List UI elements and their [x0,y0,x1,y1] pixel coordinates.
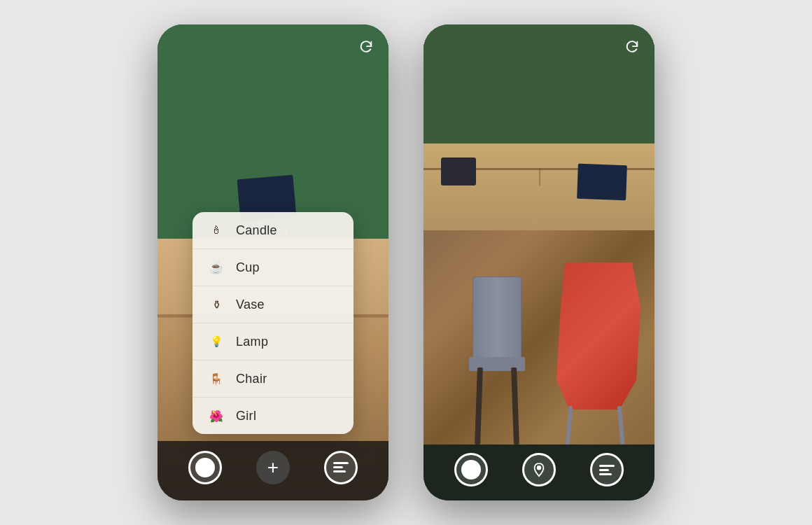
desk-vertical-line [539,168,540,185]
vase-label: Vase [236,298,265,312]
red-chair [550,262,640,444]
menu-item-vase[interactable]: Vase [192,286,354,323]
candle-label: Candle [236,223,277,238]
menu-item-candle[interactable]: Candle [192,212,354,249]
capture-button-right[interactable] [454,453,488,486]
cup-icon [206,258,226,277]
screens-container: Candle Cup Vase Lamp Chair [0,0,812,525]
chair-label: Chair [236,372,267,386]
gray-chair-leg-right [511,368,519,444]
left-phone-screen: Candle Cup Vase Lamp Chair [158,24,388,500]
right-toggle-line-3 [599,473,612,475]
girl-icon [206,406,226,426]
capture-button-left[interactable] [188,451,222,484]
right-desk [424,144,654,239]
right-refresh-icon [624,39,640,55]
refresh-icon [358,39,374,55]
right-toggle-line-2 [599,469,609,471]
cup-label: Cup [236,260,260,275]
add-icon: + [267,456,279,479]
right-capture-inner [461,460,481,479]
red-chair-body [556,262,640,410]
lamp-icon [206,332,226,351]
right-phone-screen [424,24,654,500]
pin-icon [531,462,547,477]
refresh-button[interactable] [356,37,376,57]
toggle-line-3 [333,470,346,472]
menu-item-lamp[interactable]: Lamp [192,323,354,360]
menu-item-cup[interactable]: Cup [192,249,354,286]
gray-chair [462,276,532,444]
right-camera-view [424,24,654,500]
menu-item-girl[interactable]: Girl [192,398,354,434]
add-object-button[interactable]: + [256,451,290,484]
toggle-line-1 [333,462,349,464]
red-chair-leg-left [566,406,573,444]
right-bottom-toolbar [424,444,654,500]
svg-point-0 [538,466,541,470]
gray-chair-back [472,276,522,368]
toggle-button-left[interactable] [324,451,358,484]
pin-button[interactable] [522,453,556,486]
chair-icon [206,369,226,388]
menu-item-chair[interactable]: Chair [192,360,354,398]
left-bottom-toolbar: + [158,441,388,500]
object-dropdown-menu: Candle Cup Vase Lamp Chair [192,212,354,434]
right-toggle-line-1 [599,465,615,467]
vase-icon [206,295,226,314]
toggle-icon [333,462,349,472]
lamp-label: Lamp [236,335,268,349]
girl-label: Girl [236,409,256,424]
toggle-button-right[interactable] [590,453,624,486]
red-chair-leg-right [617,406,625,444]
left-camera-view: Candle Cup Vase Lamp Chair [158,24,388,500]
capture-inner [195,458,215,477]
toggle-line-2 [333,466,343,468]
right-refresh-button[interactable] [622,37,642,57]
right-toggle-icon [599,465,615,475]
gray-chair-leg-left [475,368,483,444]
desk-dark-object [441,158,476,186]
candle-icon [206,220,226,240]
desk-blue-book [577,164,627,200]
